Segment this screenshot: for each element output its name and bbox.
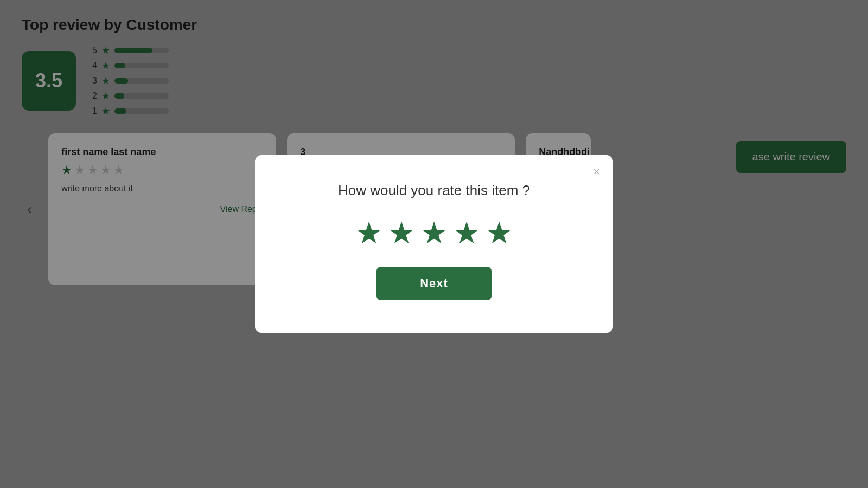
modal-star-rating[interactable]: ★ ★ ★ ★ ★ (355, 215, 513, 251)
modal-overlay: × How would you rate this item ? ★ ★ ★ ★… (0, 0, 868, 488)
modal-star-1[interactable]: ★ (355, 215, 382, 251)
modal-star-2[interactable]: ★ (388, 215, 415, 251)
rating-modal: × How would you rate this item ? ★ ★ ★ ★… (255, 155, 613, 333)
modal-question: How would you rate this item ? (338, 182, 530, 199)
modal-star-5[interactable]: ★ (486, 215, 513, 251)
modal-star-4[interactable]: ★ (453, 215, 480, 251)
modal-star-3[interactable]: ★ (420, 215, 448, 251)
modal-close-button[interactable]: × (593, 165, 600, 179)
next-button[interactable]: Next (376, 267, 492, 300)
